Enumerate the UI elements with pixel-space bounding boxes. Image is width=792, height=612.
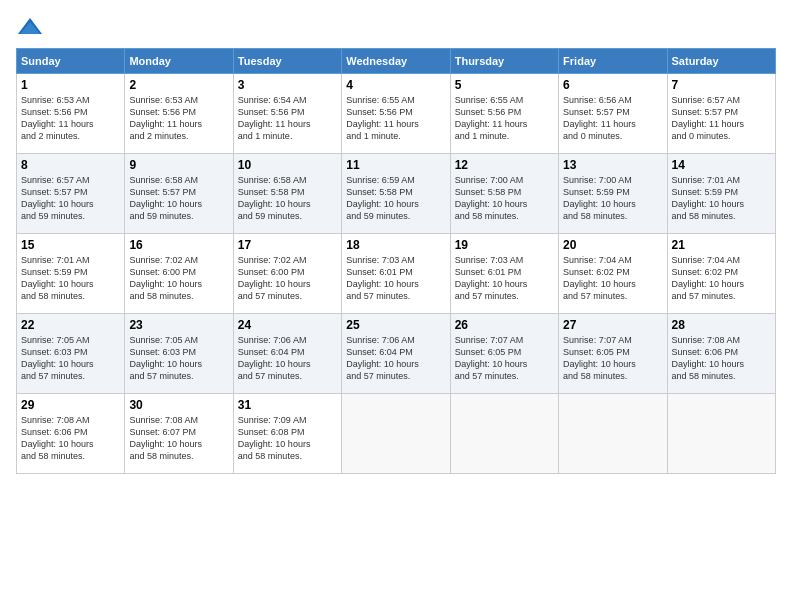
day-number: 25 [346, 318, 445, 332]
day-number: 17 [238, 238, 337, 252]
day-info: Sunrise: 7:06 AMSunset: 6:04 PMDaylight:… [238, 334, 337, 383]
calendar-week-3: 15Sunrise: 7:01 AMSunset: 5:59 PMDayligh… [17, 234, 776, 314]
day-number: 6 [563, 78, 662, 92]
calendar-cell: 3Sunrise: 6:54 AMSunset: 5:56 PMDaylight… [233, 74, 341, 154]
day-number: 26 [455, 318, 554, 332]
calendar-cell: 13Sunrise: 7:00 AMSunset: 5:59 PMDayligh… [559, 154, 667, 234]
day-number: 30 [129, 398, 228, 412]
logo [16, 16, 48, 38]
calendar-cell: 15Sunrise: 7:01 AMSunset: 5:59 PMDayligh… [17, 234, 125, 314]
weekday-header-monday: Monday [125, 49, 233, 74]
day-info: Sunrise: 6:56 AMSunset: 5:57 PMDaylight:… [563, 94, 662, 143]
calendar-cell: 17Sunrise: 7:02 AMSunset: 6:00 PMDayligh… [233, 234, 341, 314]
calendar-cell: 1Sunrise: 6:53 AMSunset: 5:56 PMDaylight… [17, 74, 125, 154]
day-info: Sunrise: 6:57 AMSunset: 5:57 PMDaylight:… [672, 94, 771, 143]
day-number: 10 [238, 158, 337, 172]
day-number: 5 [455, 78, 554, 92]
day-info: Sunrise: 7:04 AMSunset: 6:02 PMDaylight:… [672, 254, 771, 303]
day-number: 18 [346, 238, 445, 252]
day-info: Sunrise: 7:05 AMSunset: 6:03 PMDaylight:… [21, 334, 120, 383]
calendar-cell [450, 394, 558, 474]
calendar-cell: 6Sunrise: 6:56 AMSunset: 5:57 PMDaylight… [559, 74, 667, 154]
calendar-cell: 26Sunrise: 7:07 AMSunset: 6:05 PMDayligh… [450, 314, 558, 394]
weekday-header-tuesday: Tuesday [233, 49, 341, 74]
calendar-cell [342, 394, 450, 474]
calendar-cell: 2Sunrise: 6:53 AMSunset: 5:56 PMDaylight… [125, 74, 233, 154]
day-number: 16 [129, 238, 228, 252]
calendar-cell: 18Sunrise: 7:03 AMSunset: 6:01 PMDayligh… [342, 234, 450, 314]
calendar-cell: 7Sunrise: 6:57 AMSunset: 5:57 PMDaylight… [667, 74, 775, 154]
calendar-cell: 22Sunrise: 7:05 AMSunset: 6:03 PMDayligh… [17, 314, 125, 394]
calendar-cell [559, 394, 667, 474]
page-header [16, 16, 776, 38]
day-number: 19 [455, 238, 554, 252]
calendar-week-4: 22Sunrise: 7:05 AMSunset: 6:03 PMDayligh… [17, 314, 776, 394]
day-info: Sunrise: 6:55 AMSunset: 5:56 PMDaylight:… [455, 94, 554, 143]
calendar-cell: 16Sunrise: 7:02 AMSunset: 6:00 PMDayligh… [125, 234, 233, 314]
day-number: 27 [563, 318, 662, 332]
day-info: Sunrise: 7:08 AMSunset: 6:06 PMDaylight:… [21, 414, 120, 463]
calendar-cell: 12Sunrise: 7:00 AMSunset: 5:58 PMDayligh… [450, 154, 558, 234]
day-number: 4 [346, 78, 445, 92]
day-info: Sunrise: 7:01 AMSunset: 5:59 PMDaylight:… [672, 174, 771, 223]
day-info: Sunrise: 6:54 AMSunset: 5:56 PMDaylight:… [238, 94, 337, 143]
weekday-header-saturday: Saturday [667, 49, 775, 74]
weekday-header-wednesday: Wednesday [342, 49, 450, 74]
day-number: 29 [21, 398, 120, 412]
day-number: 1 [21, 78, 120, 92]
calendar-cell: 23Sunrise: 7:05 AMSunset: 6:03 PMDayligh… [125, 314, 233, 394]
calendar-cell: 8Sunrise: 6:57 AMSunset: 5:57 PMDaylight… [17, 154, 125, 234]
logo-icon [16, 16, 44, 38]
day-info: Sunrise: 7:09 AMSunset: 6:08 PMDaylight:… [238, 414, 337, 463]
day-number: 22 [21, 318, 120, 332]
weekday-header-friday: Friday [559, 49, 667, 74]
calendar-cell: 29Sunrise: 7:08 AMSunset: 6:06 PMDayligh… [17, 394, 125, 474]
day-info: Sunrise: 6:59 AMSunset: 5:58 PMDaylight:… [346, 174, 445, 223]
day-info: Sunrise: 6:58 AMSunset: 5:58 PMDaylight:… [238, 174, 337, 223]
calendar-cell: 4Sunrise: 6:55 AMSunset: 5:56 PMDaylight… [342, 74, 450, 154]
day-info: Sunrise: 6:58 AMSunset: 5:57 PMDaylight:… [129, 174, 228, 223]
calendar-cell: 27Sunrise: 7:07 AMSunset: 6:05 PMDayligh… [559, 314, 667, 394]
day-number: 7 [672, 78, 771, 92]
day-number: 11 [346, 158, 445, 172]
calendar-cell: 5Sunrise: 6:55 AMSunset: 5:56 PMDaylight… [450, 74, 558, 154]
calendar-cell: 30Sunrise: 7:08 AMSunset: 6:07 PMDayligh… [125, 394, 233, 474]
day-number: 24 [238, 318, 337, 332]
day-number: 14 [672, 158, 771, 172]
day-info: Sunrise: 7:08 AMSunset: 6:06 PMDaylight:… [672, 334, 771, 383]
calendar-cell: 11Sunrise: 6:59 AMSunset: 5:58 PMDayligh… [342, 154, 450, 234]
day-number: 21 [672, 238, 771, 252]
day-info: Sunrise: 7:08 AMSunset: 6:07 PMDaylight:… [129, 414, 228, 463]
day-info: Sunrise: 7:00 AMSunset: 5:58 PMDaylight:… [455, 174, 554, 223]
day-number: 31 [238, 398, 337, 412]
calendar-cell: 28Sunrise: 7:08 AMSunset: 6:06 PMDayligh… [667, 314, 775, 394]
day-info: Sunrise: 7:06 AMSunset: 6:04 PMDaylight:… [346, 334, 445, 383]
day-info: Sunrise: 7:02 AMSunset: 6:00 PMDaylight:… [129, 254, 228, 303]
calendar-cell: 24Sunrise: 7:06 AMSunset: 6:04 PMDayligh… [233, 314, 341, 394]
day-number: 20 [563, 238, 662, 252]
calendar-cell: 14Sunrise: 7:01 AMSunset: 5:59 PMDayligh… [667, 154, 775, 234]
day-number: 3 [238, 78, 337, 92]
day-info: Sunrise: 6:55 AMSunset: 5:56 PMDaylight:… [346, 94, 445, 143]
day-info: Sunrise: 7:07 AMSunset: 6:05 PMDaylight:… [455, 334, 554, 383]
calendar-week-2: 8Sunrise: 6:57 AMSunset: 5:57 PMDaylight… [17, 154, 776, 234]
calendar-cell: 9Sunrise: 6:58 AMSunset: 5:57 PMDaylight… [125, 154, 233, 234]
day-number: 28 [672, 318, 771, 332]
day-number: 2 [129, 78, 228, 92]
calendar-cell: 25Sunrise: 7:06 AMSunset: 6:04 PMDayligh… [342, 314, 450, 394]
weekday-header-thursday: Thursday [450, 49, 558, 74]
day-info: Sunrise: 7:00 AMSunset: 5:59 PMDaylight:… [563, 174, 662, 223]
calendar-cell: 21Sunrise: 7:04 AMSunset: 6:02 PMDayligh… [667, 234, 775, 314]
calendar-cell: 10Sunrise: 6:58 AMSunset: 5:58 PMDayligh… [233, 154, 341, 234]
day-info: Sunrise: 6:53 AMSunset: 5:56 PMDaylight:… [129, 94, 228, 143]
weekday-header-sunday: Sunday [17, 49, 125, 74]
day-number: 23 [129, 318, 228, 332]
day-info: Sunrise: 7:07 AMSunset: 6:05 PMDaylight:… [563, 334, 662, 383]
calendar-cell: 20Sunrise: 7:04 AMSunset: 6:02 PMDayligh… [559, 234, 667, 314]
day-number: 13 [563, 158, 662, 172]
calendar-cell: 31Sunrise: 7:09 AMSunset: 6:08 PMDayligh… [233, 394, 341, 474]
calendar-table: SundayMondayTuesdayWednesdayThursdayFrid… [16, 48, 776, 474]
calendar-week-1: 1Sunrise: 6:53 AMSunset: 5:56 PMDaylight… [17, 74, 776, 154]
day-info: Sunrise: 7:03 AMSunset: 6:01 PMDaylight:… [455, 254, 554, 303]
day-number: 12 [455, 158, 554, 172]
